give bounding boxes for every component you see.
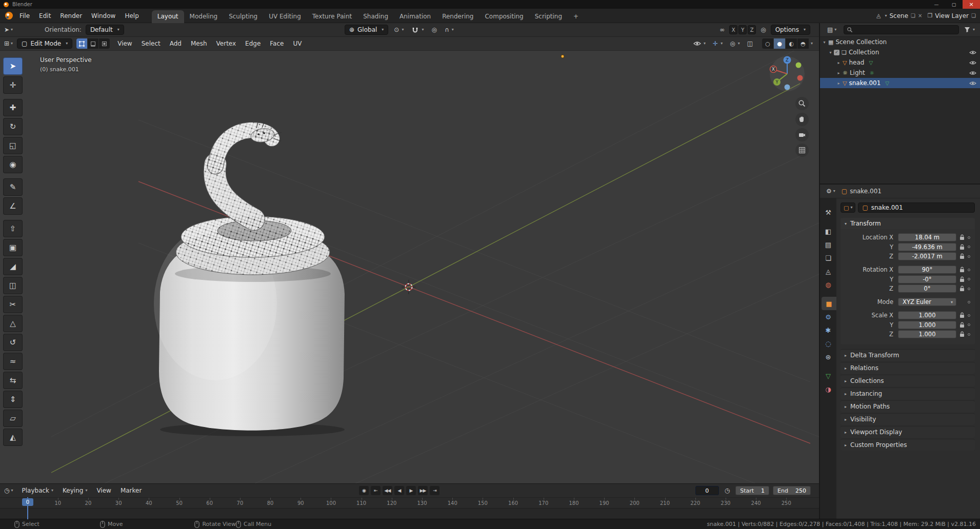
- animate-dot[interactable]: [966, 278, 972, 280]
- show-overlays-toggle[interactable]: ◎ ▾: [728, 38, 742, 49]
- bevel-tool[interactable]: ◢: [3, 258, 23, 275]
- eye-icon[interactable]: [969, 50, 976, 55]
- value-field[interactable]: 0° ▾: [898, 284, 956, 293]
- close-button[interactable]: ×: [963, 0, 980, 9]
- mirror-axis-toggle[interactable]: Z: [748, 25, 756, 34]
- mirror-axis-toggle[interactable]: X: [729, 25, 737, 34]
- rotate-tool[interactable]: ↻: [3, 118, 23, 135]
- edge-select-mode-button[interactable]: [88, 38, 98, 49]
- disclosure-arrow-icon[interactable]: ▸: [835, 60, 842, 65]
- view-layer-tab[interactable]: ❏: [820, 251, 836, 264]
- viewport-menu[interactable]: UV: [288, 38, 306, 49]
- menubar-menu[interactable]: Help: [120, 10, 143, 22]
- menubar-menu[interactable]: Window: [87, 10, 120, 22]
- tool-tab[interactable]: ⚒: [820, 206, 836, 219]
- timeline-menu[interactable]: Keying ▾: [58, 485, 92, 496]
- outliner-row[interactable]: ▾ ✓ ▦ Scene Collection: [820, 37, 980, 47]
- play-button[interactable]: ▶: [406, 486, 416, 495]
- workspace-tab[interactable]: Animation: [394, 10, 436, 23]
- search-input[interactable]: [844, 25, 959, 34]
- jump-to-end-button[interactable]: ⇥: [430, 486, 439, 495]
- transform-orientation-dropdown[interactable]: ⊕ Global ▾: [345, 25, 388, 35]
- eye-icon[interactable]: [969, 81, 976, 86]
- zoom-button[interactable]: [795, 97, 809, 110]
- snap-options-icon[interactable]: ◎: [758, 25, 768, 35]
- timeline-track-area[interactable]: [0, 508, 819, 519]
- inset-faces-tool[interactable]: ▣: [3, 239, 23, 256]
- edge-slide-tool[interactable]: ⇆: [3, 372, 23, 389]
- collection-checkbox[interactable]: ✓: [834, 50, 839, 55]
- value-field[interactable]: -49.636 m ▾: [898, 243, 956, 251]
- viewport-menu[interactable]: Vertex: [212, 38, 241, 49]
- properties-section-header[interactable]: ▸ Relations: [841, 362, 975, 374]
- shrink-fatten-tool[interactable]: ⇕: [3, 391, 23, 408]
- proportional-editing-toggle[interactable]: ◎: [429, 25, 438, 35]
- properties-section-header[interactable]: ▸ Instancing: [841, 388, 975, 399]
- outliner-row[interactable]: ▸ ✓ ▽ head ▽: [820, 57, 980, 68]
- outliner-row[interactable]: ▸ ✓ ☼ Light ☼: [820, 68, 980, 78]
- object-visibility-dropdown[interactable]: ▾: [691, 38, 708, 49]
- value-field[interactable]: 1.000 ▾: [898, 330, 956, 338]
- lock-icon[interactable]: [958, 322, 966, 328]
- lock-icon[interactable]: [958, 253, 966, 259]
- editor-type-button[interactable]: ◷ ▾: [0, 487, 17, 494]
- playhead[interactable]: 0: [27, 497, 28, 519]
- pivot-point-dropdown[interactable]: ⊙ ▾: [392, 25, 406, 35]
- lock-icon[interactable]: [958, 299, 966, 305]
- viewport-3d[interactable]: ⊞ ▾ ▢ Edit Mode ▾ ViewSe: [0, 37, 819, 483]
- auto-key-toggle[interactable]: ◉: [359, 486, 369, 495]
- id-type-button[interactable]: ▢ ▾: [841, 202, 855, 213]
- editor-type-button[interactable]: ▤ ▾: [823, 26, 841, 33]
- navigation-gizmo[interactable]: Z X Y: [768, 54, 806, 94]
- minimize-button[interactable]: —: [928, 0, 945, 9]
- maximize-button[interactable]: ▢: [945, 0, 963, 9]
- editor-type-button[interactable]: ⚙ ▾: [822, 188, 839, 195]
- toggle-ortho-button[interactable]: [795, 144, 809, 157]
- preview-range-clock-button[interactable]: ◷: [723, 485, 732, 496]
- lock-icon[interactable]: [958, 234, 966, 240]
- value-field[interactable]: -2.0017 m ▾: [898, 252, 956, 260]
- value-field[interactable]: 18.04 m ▾: [898, 233, 956, 241]
- particles-tab[interactable]: ✱: [820, 323, 836, 337]
- timeline-menu[interactable]: Playback ▾: [17, 485, 58, 496]
- snap-toggle[interactable]: ▾: [409, 25, 426, 35]
- scene-selector[interactable]: ◬ ▾ Scene ❏ ×: [876, 12, 922, 19]
- outliner-row[interactable]: ▾ ✓ ❏ Collection: [820, 47, 980, 57]
- workspace-tab[interactable]: Layout: [152, 10, 184, 23]
- rip-region-tool[interactable]: ◭: [3, 429, 23, 446]
- show-gizmo-toggle[interactable]: ✛ ▾: [711, 38, 725, 49]
- lock-icon[interactable]: [958, 276, 966, 282]
- vertex-select-mode-button[interactable]: [76, 38, 87, 49]
- spin-tool[interactable]: ↺: [3, 334, 23, 351]
- shear-tool[interactable]: ▱: [3, 410, 23, 427]
- physics-tab[interactable]: ◌: [820, 337, 836, 350]
- properties-section-header[interactable]: ▸ Viewport Display: [841, 426, 975, 438]
- orientation-dropdown[interactable]: Default ▾: [86, 25, 124, 35]
- value-field[interactable]: XYZ Euler ▾: [898, 298, 956, 306]
- disclosure-arrow-icon[interactable]: ▸: [835, 81, 842, 86]
- poly-build-tool[interactable]: △: [3, 315, 23, 332]
- editor-type-button[interactable]: ➤ ▾: [0, 26, 17, 33]
- falloff-dropdown[interactable]: ∩ ▾: [443, 25, 456, 35]
- workspace-tab[interactable]: Rendering: [436, 10, 479, 23]
- move-tool[interactable]: ✚: [3, 99, 23, 116]
- workspace-tab[interactable]: Compositing: [479, 10, 529, 23]
- cursor-tool[interactable]: ✛: [3, 76, 23, 94]
- object-data-tab[interactable]: ▽: [820, 369, 836, 382]
- jump-to-start-button[interactable]: ⇤: [371, 486, 381, 495]
- annotate-tool[interactable]: ✎: [3, 178, 23, 196]
- modifiers-tab[interactable]: ⚙: [820, 310, 836, 323]
- lock-icon[interactable]: [958, 267, 966, 273]
- eye-icon[interactable]: [969, 71, 976, 75]
- shading-wireframe-button[interactable]: ○: [762, 38, 773, 49]
- animate-dot[interactable]: [966, 246, 972, 248]
- select-box-tool[interactable]: ➤: [3, 57, 23, 75]
- timeline-menu[interactable]: Marker ▾: [116, 485, 146, 496]
- properties-section-header[interactable]: ▸ Visibility: [841, 413, 975, 425]
- shading-rendered-button[interactable]: ◓: [797, 38, 809, 49]
- scale-tool[interactable]: ◱: [3, 137, 23, 154]
- transform-panel-header[interactable]: ▾ Transform: [841, 218, 975, 229]
- workspace-tab[interactable]: Texture Paint: [307, 10, 357, 23]
- pan-hand-button[interactable]: [795, 113, 809, 126]
- camera-view-button[interactable]: [795, 128, 809, 141]
